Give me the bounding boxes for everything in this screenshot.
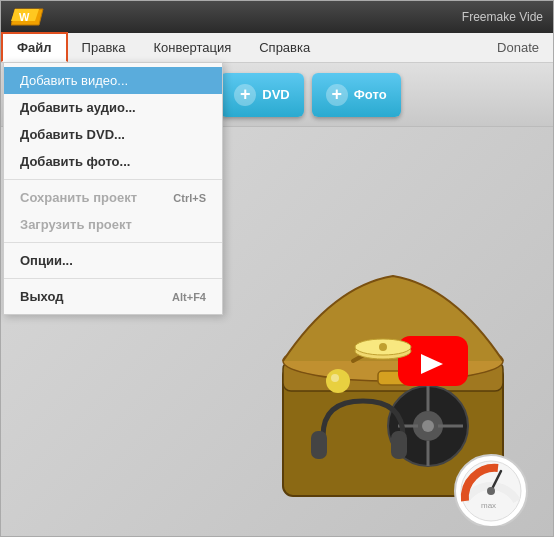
svg-point-9 [422, 420, 434, 432]
app-window: W Freemake Vide Файл Добавить видео... Д… [0, 0, 554, 537]
separator-3 [4, 278, 222, 279]
svg-rect-15 [391, 431, 407, 459]
menu-bar: Файл Добавить видео... Добавить аудио...… [1, 33, 553, 63]
plus-icon-photo: + [326, 84, 348, 106]
svg-text:max: max [481, 501, 496, 510]
menu-add-video[interactable]: Добавить видео... [4, 67, 222, 94]
menu-item-edit[interactable]: Правка [68, 33, 140, 62]
menu-load-project[interactable]: Загрузить проект [4, 211, 222, 238]
menu-options[interactable]: Опции... [4, 247, 222, 274]
menu-add-dvd[interactable]: Добавить DVD... [4, 121, 222, 148]
svg-point-18 [326, 369, 350, 393]
svg-point-26 [487, 487, 495, 495]
svg-rect-14 [311, 431, 327, 459]
menu-item-donate[interactable]: Donate [483, 33, 553, 62]
menu-add-audio[interactable]: Добавить аудио... [4, 94, 222, 121]
menu-add-photo[interactable]: Добавить фото... [4, 148, 222, 175]
menu-item-help[interactable]: Справка [245, 33, 324, 62]
separator-1 [4, 179, 222, 180]
menu-item-convert[interactable]: Конвертация [140, 33, 246, 62]
svg-point-19 [331, 374, 339, 382]
svg-point-22 [379, 343, 387, 351]
file-dropdown-menu: Добавить видео... Добавить аудио... Доба… [3, 62, 223, 315]
app-title: Freemake Vide [462, 10, 543, 24]
menu-exit[interactable]: Выход Alt+F4 [4, 283, 222, 310]
svg-text:W: W [19, 11, 30, 23]
menu-save-project[interactable]: Сохранить проект Ctrl+S [4, 184, 222, 211]
separator-2 [4, 242, 222, 243]
toolbox-illustration: max [253, 206, 533, 526]
app-logo: W [11, 5, 51, 29]
plus-icon-dvd: + [234, 84, 256, 106]
add-dvd-button[interactable]: + DVD [220, 73, 303, 117]
menu-item-file[interactable]: Файл Добавить видео... Добавить аудио...… [1, 32, 68, 62]
title-bar: W Freemake Vide [1, 1, 553, 33]
add-photo-button[interactable]: + Фото [312, 73, 401, 117]
